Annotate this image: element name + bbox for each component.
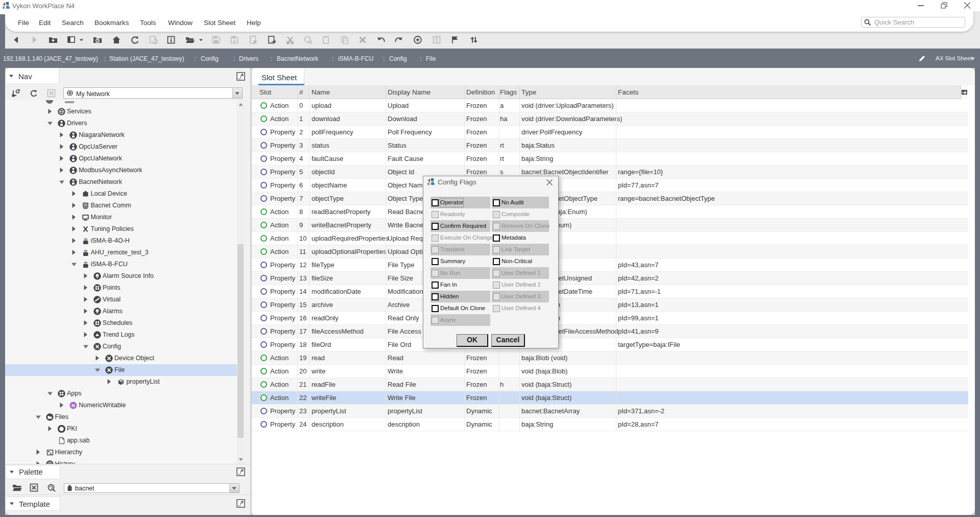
- svg-text:N: N: [71, 403, 75, 408]
